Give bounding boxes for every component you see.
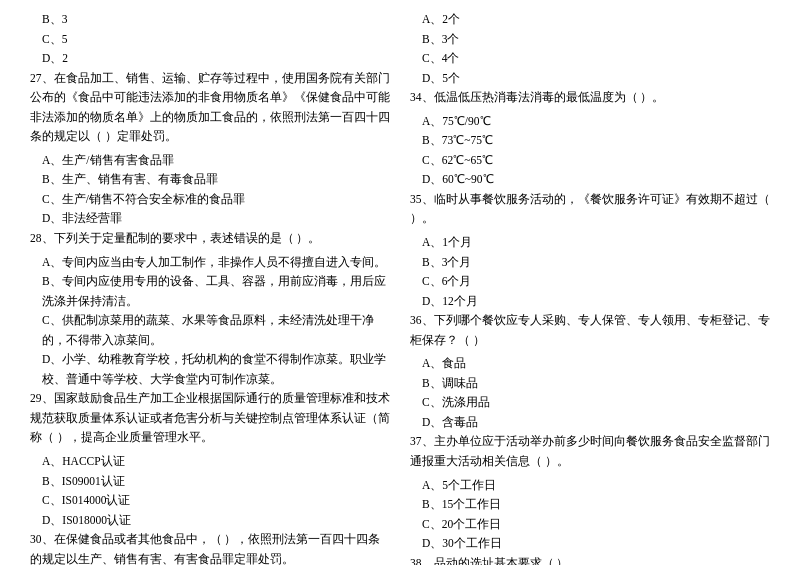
question-text: 38、品动的选址基本要求（ ）: [410, 554, 770, 565]
option-text: A、食品: [410, 354, 770, 374]
option-text: D、小学、幼稚教育学校，托幼机构的食堂不得制作凉菜。职业学校、普通中等学校、大学…: [30, 350, 390, 389]
option-text: B、生产、销售有害、有毒食品罪: [30, 170, 390, 190]
option-text: C、生产/销售不符合安全标准的食品罪: [30, 190, 390, 210]
option-text: B、3: [30, 10, 390, 30]
option-text: C、供配制凉菜用的蔬菜、水果等食品原料，未经清洗处理干净的，不得带入凉菜间。: [30, 311, 390, 350]
option-text: C、20个工作日: [410, 515, 770, 535]
option-text: D、30个工作日: [410, 534, 770, 554]
option-text: B、专间内应使用专用的设备、工具、容器，用前应消毒，用后应洗涤并保持清洁。: [30, 272, 390, 311]
option-text: C、4个: [410, 49, 770, 69]
option-text: A、5个工作日: [410, 476, 770, 496]
option-text: D、非法经营罪: [30, 209, 390, 229]
right-column: A、2个B、3个C、4个D、5个34、低温低压热消毒法消毒的最低温度为（ ）。A…: [410, 10, 770, 565]
option-text: D、60℃~90℃: [410, 170, 770, 190]
option-text: D、5个: [410, 69, 770, 89]
option-text: C、62℃~65℃: [410, 151, 770, 171]
option-text: A、HACCP认证: [30, 452, 390, 472]
option-text: D、12个月: [410, 292, 770, 312]
option-text: D、2: [30, 49, 390, 69]
question-text: 30、在保健食品或者其他食品中，（ ），依照刑法第一百四十四条的规定以生产、销售…: [30, 530, 390, 565]
question-text: 28、下列关于定量配制的要求中，表述错误的是（ ）。: [30, 229, 390, 249]
option-text: B、3个: [410, 30, 770, 50]
question-text: 35、临时从事餐饮服务活动的，《餐饮服务许可证》有效期不超过（ ）。: [410, 190, 770, 229]
option-text: C、5: [30, 30, 390, 50]
option-text: A、1个月: [410, 233, 770, 253]
option-text: C、IS014000认证: [30, 491, 390, 511]
option-text: B、调味品: [410, 374, 770, 394]
option-text: B、IS09001认证: [30, 472, 390, 492]
option-text: A、2个: [410, 10, 770, 30]
option-text: A、75℃/90℃: [410, 112, 770, 132]
option-text: A、生产/销售有害食品罪: [30, 151, 390, 171]
left-column: B、3C、5D、227、在食品加工、销售、运输、贮存等过程中，使用国务院有关部门…: [30, 10, 390, 565]
question-text: 36、下列哪个餐饮应专人采购、专人保管、专人领用、专柜登记、专柜保存？（ ）: [410, 311, 770, 350]
option-text: D、含毒品: [410, 413, 770, 433]
option-text: C、洗涤用品: [410, 393, 770, 413]
page: B、3C、5D、227、在食品加工、销售、运输、贮存等过程中，使用国务院有关部门…: [30, 10, 770, 565]
question-text: 27、在食品加工、销售、运输、贮存等过程中，使用国务院有关部门公布的《食品中可能…: [30, 69, 390, 147]
question-text: 34、低温低压热消毒法消毒的最低温度为（ ）。: [410, 88, 770, 108]
option-text: D、IS018000认证: [30, 511, 390, 531]
option-text: C、6个月: [410, 272, 770, 292]
option-text: A、专间内应当由专人加工制作，非操作人员不得擅自进入专间。: [30, 253, 390, 273]
option-text: B、73℃~75℃: [410, 131, 770, 151]
question-text: 37、主办单位应于活动举办前多少时间向餐饮服务食品安全监督部门通报重大活动相关信…: [410, 432, 770, 471]
option-text: B、15个工作日: [410, 495, 770, 515]
content: B、3C、5D、227、在食品加工、销售、运输、贮存等过程中，使用国务院有关部门…: [30, 10, 770, 565]
question-text: 29、国家鼓励食品生产加工企业根据国际通行的质量管理标准和技术规范获取质量体系认…: [30, 389, 390, 448]
option-text: B、3个月: [410, 253, 770, 273]
